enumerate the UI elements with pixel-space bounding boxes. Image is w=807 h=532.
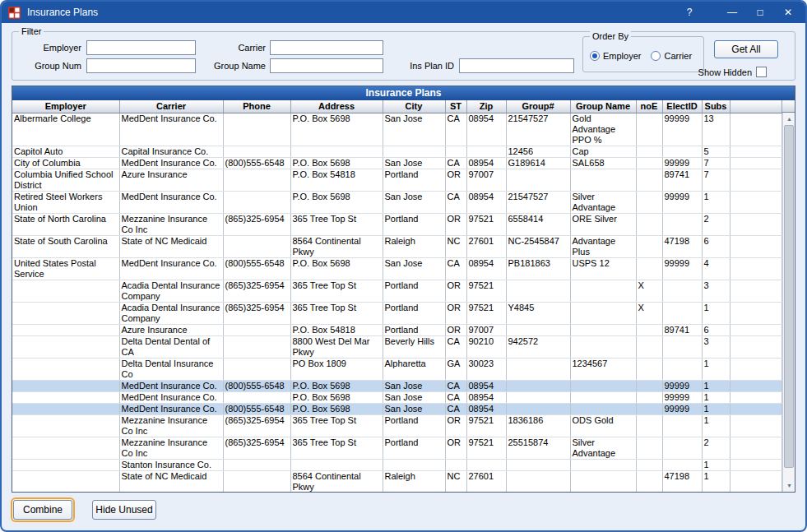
grid-cell[interactable] <box>12 437 119 459</box>
grid-cell[interactable] <box>636 169 662 191</box>
grid-cell[interactable] <box>730 213 782 235</box>
grid-cell[interactable]: 1 <box>702 403 730 414</box>
grid-cell[interactable] <box>730 380 782 391</box>
grid-cell[interactable] <box>636 437 662 459</box>
grid-cell[interactable]: San Jose <box>383 403 445 414</box>
grid-row[interactable]: Delta Dental Dental of CA8800 West Del M… <box>12 335 782 358</box>
grid-cell[interactable]: X <box>636 280 662 302</box>
grid-cell[interactable]: ORE Silver <box>570 213 636 235</box>
grid-cell[interactable]: 7 <box>702 157 730 169</box>
grid-cell[interactable] <box>223 235 290 257</box>
grid-cell[interactable] <box>730 437 782 459</box>
grid-cell[interactable] <box>506 324 570 335</box>
grid-cell[interactable]: CA <box>445 113 466 146</box>
grid-cell[interactable]: P.O. Box 5698 <box>290 257 383 280</box>
grid-cell[interactable]: 97521 <box>466 437 506 459</box>
grid-cell[interactable] <box>730 459 782 470</box>
grid-cell[interactable]: Acadia Dental Insurance Company <box>119 302 223 324</box>
grid-row[interactable]: Mezzanine Insurance Co Inc(865)325-69543… <box>12 437 782 459</box>
grid-row[interactable]: City of ColumbiaMedDent Insurance Co.(80… <box>12 157 782 169</box>
grid-row[interactable]: United States Postal ServiceMedDent Insu… <box>12 257 782 280</box>
grid-cell[interactable]: 13 <box>702 113 730 146</box>
grid-cell[interactable]: State of North Carolina <box>12 213 119 235</box>
grid-cell[interactable]: MedDent Insurance Co. <box>119 157 223 169</box>
grid-cell[interactable] <box>730 403 782 414</box>
grid-cell[interactable]: (865)325-6954 <box>223 213 290 235</box>
grid-cell[interactable]: GA <box>445 358 466 380</box>
grid-cell[interactable]: Portland <box>383 169 445 191</box>
grid-cell[interactable]: Portland <box>383 414 445 437</box>
grid-row[interactable]: MedDent Insurance Co.P.O. Box 5698San Jo… <box>12 391 782 403</box>
grid-cell[interactable] <box>223 113 290 146</box>
grid-cell[interactable]: CA <box>445 157 466 169</box>
grid-cell[interactable] <box>636 257 662 280</box>
grid-cell[interactable] <box>290 146 383 157</box>
grid-cell[interactable]: Portland <box>383 213 445 235</box>
grid-cell[interactable]: 6 <box>702 324 730 335</box>
grid-cell[interactable]: Portland <box>383 302 445 324</box>
grid-cell[interactable]: 1 <box>702 391 730 403</box>
grid-cell[interactable] <box>570 169 636 191</box>
grid-cell[interactable]: 1 <box>702 302 730 324</box>
grid-cell[interactable]: NC <box>445 235 466 257</box>
grid-cell[interactable]: Gold Advantage PPO % <box>570 113 636 146</box>
grid-cell[interactable]: 7 <box>702 169 730 191</box>
grid-cell[interactable]: OR <box>445 302 466 324</box>
grid-cell[interactable] <box>12 280 119 302</box>
grid-cell[interactable]: SAL658 <box>570 157 636 169</box>
grid-cell[interactable]: 1 <box>702 380 730 391</box>
grid-cell[interactable]: Delta Dental Insurance Co <box>119 358 223 380</box>
grid-cell[interactable]: (800)555-6548 <box>223 403 290 414</box>
grid-cell[interactable] <box>12 358 119 380</box>
radio-icon[interactable] <box>590 51 600 61</box>
grid-cell[interactable] <box>730 280 782 302</box>
grid-row[interactable]: Mezzanine Insurance Co Inc(865)325-69543… <box>12 414 782 437</box>
grid-cell[interactable]: 08954 <box>466 403 506 414</box>
grid-cell[interactable]: NC <box>445 470 466 492</box>
grid-cell[interactable] <box>570 403 636 414</box>
column-header-subs[interactable]: Subs <box>702 100 730 113</box>
grid-cell[interactable]: 97007 <box>466 324 506 335</box>
grid-cell[interactable] <box>383 459 445 470</box>
column-header-carrier[interactable]: Carrier <box>119 100 223 113</box>
grid-cell[interactable]: 8800 West Del Mar Pkwy <box>290 335 383 358</box>
column-header-city[interactable]: City <box>383 100 445 113</box>
grid-cell[interactable]: MedDent Insurance Co. <box>119 257 223 280</box>
grid-cell[interactable] <box>570 391 636 403</box>
grid-cell[interactable]: USPS 12 <box>570 257 636 280</box>
grid-cell[interactable] <box>570 302 636 324</box>
grid-cell[interactable] <box>223 146 290 157</box>
grid-cell[interactable]: Retired Steel Workers Union <box>12 191 119 213</box>
grid-cell[interactable] <box>445 459 466 470</box>
column-header-noe[interactable]: noE <box>636 100 662 113</box>
grid-cell[interactable]: 1 <box>702 191 730 213</box>
grid-cell[interactable]: 47198 <box>662 470 702 492</box>
grid-cell[interactable]: 27601 <box>466 470 506 492</box>
grid-cell[interactable] <box>223 470 290 492</box>
get-all-button[interactable]: Get All <box>714 40 778 58</box>
grid-cell[interactable]: 12456 <box>506 146 570 157</box>
grid-cell[interactable]: 89741 <box>662 169 702 191</box>
grid-cell[interactable]: G189614 <box>506 157 570 169</box>
grid-cell[interactable]: P.O. Box 5698 <box>290 157 383 169</box>
grid-cell[interactable]: Capital Insurance Co. <box>119 146 223 157</box>
grid-cell[interactable]: Portland <box>383 437 445 459</box>
scroll-down-button[interactable]: ▼ <box>783 479 795 492</box>
grid-cell[interactable]: Columbia Unified School District <box>12 169 119 191</box>
grid-cell[interactable]: 99999 <box>662 191 702 213</box>
grid-cell[interactable]: Delta Dental Dental of CA <box>119 335 223 358</box>
grid-cell[interactable]: Capitol Auto <box>12 146 119 157</box>
grid-cell[interactable]: 08954 <box>466 191 506 213</box>
grid-row[interactable]: Acadia Dental Insurance Company(865)325-… <box>12 280 782 302</box>
grid-cell[interactable] <box>636 213 662 235</box>
grid-cell[interactable] <box>570 459 636 470</box>
grid-cell[interactable]: MedDent Insurance Co. <box>119 380 223 391</box>
grid-cell[interactable]: ODS Gold <box>570 414 636 437</box>
grid-cell[interactable] <box>636 414 662 437</box>
grid-cell[interactable]: 8564 Continental Pkwy <box>290 470 383 492</box>
grid-cell[interactable] <box>12 403 119 414</box>
grid-cell[interactable]: 1836186 <box>506 414 570 437</box>
grid-cell[interactable]: 08954 <box>466 113 506 146</box>
grid-cell[interactable] <box>636 358 662 380</box>
grid-cell[interactable] <box>12 324 119 335</box>
